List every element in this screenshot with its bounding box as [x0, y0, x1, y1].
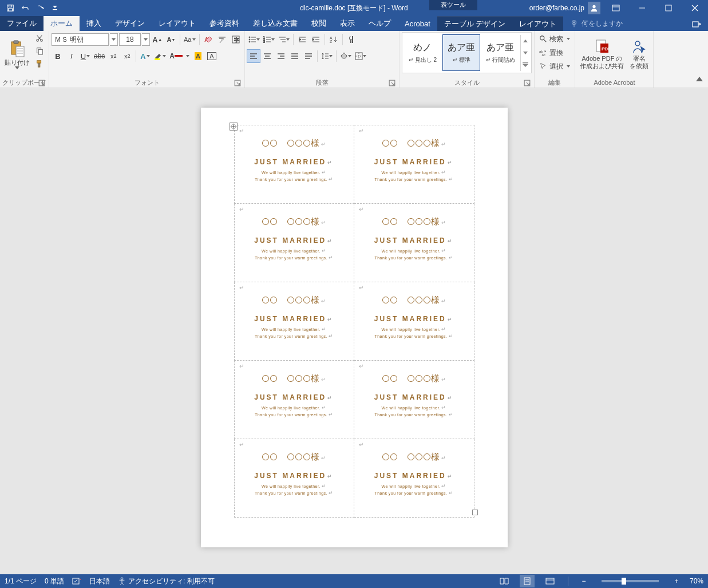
share-button[interactable]	[685, 16, 708, 31]
tab-layout[interactable]: レイアウト	[152, 16, 203, 31]
char-border-button[interactable]: A	[205, 50, 218, 62]
language-status[interactable]: 日本語	[89, 577, 110, 586]
sort-button[interactable]: AZ	[327, 33, 340, 46]
word-count[interactable]: 0 単語	[45, 577, 64, 586]
zoom-slider[interactable]	[602, 580, 659, 582]
distribute-button[interactable]	[302, 50, 315, 62]
clear-format-button[interactable]: A	[202, 33, 215, 46]
zoom-level[interactable]: 70%	[690, 577, 703, 585]
tell-me-search[interactable]: 何をしますか	[563, 16, 630, 31]
align-center-button[interactable]	[261, 50, 274, 62]
line-spacing-button[interactable]	[320, 50, 334, 62]
document-area[interactable]: ↵ 様↵JUST MARRIED↵We will happily live to…	[0, 88, 708, 574]
style-item-normal[interactable]: あア亜↵ 標準	[442, 34, 480, 71]
card-cell[interactable]: ↵ 様↵JUST MARRIED↵We will happily live to…	[234, 204, 354, 282]
print-layout-button[interactable]	[520, 575, 535, 587]
qat-customize-button[interactable]	[48, 1, 62, 15]
cut-button[interactable]	[33, 32, 46, 45]
zoom-slider-thumb[interactable]	[622, 578, 626, 585]
undo-button[interactable]	[18, 1, 32, 15]
paste-button[interactable]: 貼り付け	[2, 32, 32, 77]
italic-button[interactable]: I	[65, 50, 78, 62]
borders-button[interactable]	[354, 50, 367, 62]
style-item-heading2[interactable]: めノ↵ 見出し 2	[404, 34, 441, 71]
highlight-button[interactable]	[152, 50, 167, 62]
card-cell[interactable]: ↵ 様↵JUST MARRIED↵We will happily live to…	[354, 282, 474, 361]
card-cell[interactable]: ↵ 様↵JUST MARRIED↵We will happily live to…	[234, 282, 354, 361]
tab-table-layout[interactable]: レイアウト	[512, 16, 563, 31]
find-button[interactable]: 検索	[537, 32, 572, 46]
shrink-font-button[interactable]: A▼	[165, 33, 177, 46]
paragraph-dialog-launcher[interactable]	[389, 80, 395, 86]
tab-insert[interactable]: 挿入	[80, 16, 108, 31]
user-avatar-icon[interactable]	[588, 2, 600, 14]
bullets-button[interactable]	[247, 33, 261, 46]
card-cell[interactable]: ↵ 様↵JUST MARRIED↵We will happily live to…	[234, 439, 354, 518]
collapse-ribbon-button[interactable]	[693, 73, 706, 85]
text-effects-button[interactable]: A	[139, 50, 151, 62]
justify-button[interactable]	[288, 50, 301, 62]
ribbon-display-button[interactable]	[603, 0, 629, 16]
bold-button[interactable]: B	[52, 50, 64, 62]
font-size-input[interactable]: 18	[119, 33, 141, 46]
tab-mailings[interactable]: 差し込み文書	[246, 16, 304, 31]
replace-button[interactable]: abac置換	[537, 46, 572, 60]
zoom-in-button[interactable]: +	[671, 575, 682, 587]
font-dialog-launcher[interactable]	[234, 80, 241, 86]
style-scroll-down[interactable]	[521, 47, 530, 59]
tab-help[interactable]: ヘルプ	[362, 16, 398, 31]
char-shading-button[interactable]: A	[192, 50, 204, 62]
tab-file[interactable]: ファイル	[0, 16, 43, 31]
web-layout-button[interactable]	[543, 575, 557, 587]
cards-table[interactable]: ↵ 様↵JUST MARRIED↵We will happily live to…	[234, 125, 474, 518]
underline-button[interactable]: U	[79, 50, 92, 62]
style-gallery-expand[interactable]	[521, 59, 530, 71]
maximize-button[interactable]	[655, 0, 682, 16]
card-cell[interactable]: ↵ 様↵JUST MARRIED↵We will happily live to…	[354, 439, 474, 518]
align-right-button[interactable]	[275, 50, 287, 62]
font-color-button[interactable]: A	[168, 50, 184, 62]
style-item-nospacing[interactable]: あア亜↵ 行間詰め	[481, 34, 519, 71]
request-sign-button[interactable]: 署名 を依頼	[627, 32, 651, 77]
zoom-out-button[interactable]: −	[579, 575, 589, 587]
save-button[interactable]	[3, 1, 17, 15]
phonetic-guide-button[interactable]: ア	[216, 33, 228, 46]
page-count[interactable]: 1/1 ページ	[5, 577, 37, 586]
strikethrough-button[interactable]: abc	[93, 50, 106, 62]
font-name-input[interactable]: ＭＳ 明朝	[52, 33, 109, 46]
card-cell[interactable]: ↵ 様↵JUST MARRIED↵We will happily live to…	[234, 125, 354, 204]
clipboard-dialog-launcher[interactable]	[38, 80, 45, 86]
spell-check-icon[interactable]	[72, 577, 81, 585]
increase-indent-button[interactable]	[310, 33, 322, 46]
table-resize-handle[interactable]	[472, 510, 478, 515]
redo-button[interactable]	[33, 1, 47, 15]
tab-design[interactable]: デザイン	[108, 16, 152, 31]
style-gallery[interactable]: めノ↵ 見出し 2 あア亜↵ 標準 あア亜↵ 行間詰め	[402, 32, 532, 73]
create-pdf-button[interactable]: PDF Adobe PDF の 作成および共有	[578, 32, 626, 77]
shading-button[interactable]	[339, 50, 353, 62]
tab-acrobat[interactable]: Acrobat	[398, 16, 437, 31]
enclose-char-button[interactable]: 字	[230, 33, 242, 46]
minimize-button[interactable]	[629, 0, 655, 16]
change-case-button[interactable]: Aa	[183, 33, 197, 46]
decrease-indent-button[interactable]	[296, 33, 308, 46]
card-cell[interactable]: ↵ 様↵JUST MARRIED↵We will happily live to…	[234, 361, 354, 439]
font-name-dropdown[interactable]	[110, 33, 118, 46]
card-cell[interactable]: ↵ 様↵JUST MARRIED↵We will happily live to…	[354, 204, 474, 282]
copy-button[interactable]	[33, 45, 46, 57]
font-size-dropdown[interactable]	[142, 33, 150, 46]
read-mode-button[interactable]	[497, 575, 512, 587]
card-cell[interactable]: ↵ 様↵JUST MARRIED↵We will happily live to…	[354, 361, 474, 439]
tab-view[interactable]: 表示	[333, 16, 362, 31]
tab-home[interactable]: ホーム	[43, 16, 80, 31]
superscript-button[interactable]: x2	[121, 50, 133, 62]
multilevel-list-button[interactable]	[277, 33, 291, 46]
tab-table-design[interactable]: テーブル デザイン	[437, 16, 513, 31]
styles-dialog-launcher[interactable]	[524, 80, 531, 86]
tab-references[interactable]: 参考資料	[203, 16, 246, 31]
format-painter-button[interactable]	[33, 57, 46, 70]
grow-font-button[interactable]: A▲	[151, 33, 164, 46]
align-left-button[interactable]	[247, 50, 260, 62]
tab-review[interactable]: 校閲	[304, 16, 333, 31]
font-color-dropdown[interactable]	[185, 50, 191, 62]
